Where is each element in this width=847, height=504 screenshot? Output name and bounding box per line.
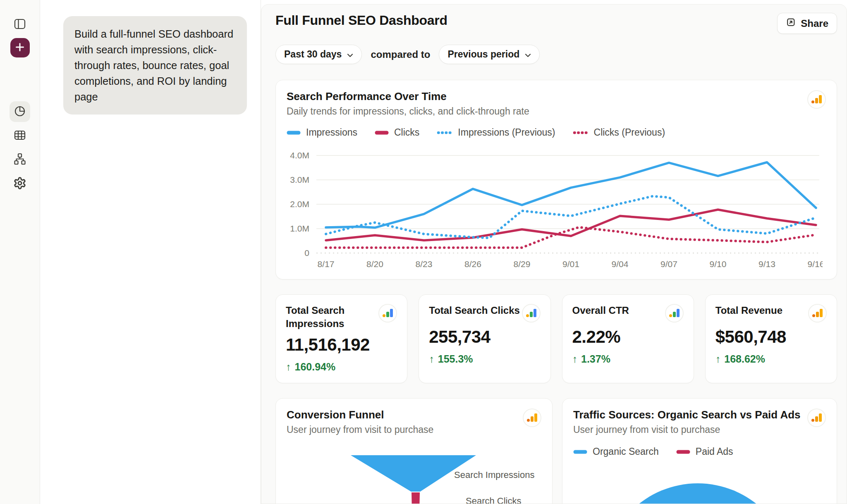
stat-delta: ↑ 155.3% xyxy=(429,353,540,365)
table-icon xyxy=(13,128,27,143)
new-dashboard-button[interactable] xyxy=(10,38,30,57)
analytics-source-icon xyxy=(808,304,827,322)
chevron-down-icon xyxy=(525,49,531,60)
stat-card-total-search-clicks: Total Search Clicks 255,734 ↑ 155.3% xyxy=(419,294,550,383)
svg-text:8/29: 8/29 xyxy=(514,259,531,269)
legend-label: Impressions xyxy=(306,127,357,138)
stat-delta-value: 155.3% xyxy=(438,353,473,365)
legend-item-clicks: Clicks xyxy=(375,127,419,138)
analytics-source-icon xyxy=(523,408,541,427)
stat-value: 11,516,192 xyxy=(286,335,397,355)
prompt-bubble: Build a full-funnel SEO dashboard with s… xyxy=(63,16,247,115)
analytics-source-icon xyxy=(378,304,397,322)
legend-label: Clicks xyxy=(394,127,419,138)
traffic-title: Traffic Sources: Organic Search vs Paid … xyxy=(573,408,801,421)
stat-delta-value: 1.37% xyxy=(581,353,610,365)
svg-text:9/13: 9/13 xyxy=(758,259,775,269)
stat-delta: ↑ 1.37% xyxy=(572,353,684,365)
sidebar-toggle-button[interactable] xyxy=(10,14,30,35)
icon-rail xyxy=(0,0,40,504)
legend-swatch-organic-search xyxy=(573,449,587,454)
legend-label: Organic Search xyxy=(593,446,659,457)
filter-bar: Past 30 days compared to Previous period xyxy=(275,45,837,64)
up-arrow-icon: ↑ xyxy=(715,353,721,365)
card-head: Search Performance Over Time Daily trend… xyxy=(287,90,826,117)
rail-item-settings[interactable] xyxy=(10,173,30,194)
analytics-source-icon xyxy=(665,304,684,322)
svg-text:1.0M: 1.0M xyxy=(290,224,309,233)
stat-value: 2.22% xyxy=(572,327,684,347)
stats-row: Total Search Impressions 11,516,192 ↑ 16… xyxy=(275,294,837,383)
date-range-select[interactable]: Past 30 days xyxy=(275,45,362,64)
compare-period-value: Previous period xyxy=(447,49,519,60)
stat-title: Overall CTR xyxy=(572,304,629,317)
funnel-subtitle: User journey from visit to purchase xyxy=(287,424,433,435)
traffic-subtitle: User journey from visit to purchase xyxy=(573,424,801,435)
sitemap-icon xyxy=(13,152,27,167)
chevron-down-icon xyxy=(347,49,353,60)
conversion-funnel-card: Conversion Funnel User journey from visi… xyxy=(275,398,553,504)
up-arrow-icon: ↑ xyxy=(286,361,291,373)
page-header: Full Funnel SEO Dashboard Share xyxy=(275,13,837,34)
date-range-value: Past 30 days xyxy=(284,49,342,60)
legend-label: Clicks (Previous) xyxy=(594,127,665,138)
svg-text:3.0M: 3.0M xyxy=(290,175,309,184)
analytics-source-icon xyxy=(522,304,541,322)
chart-subtitle: Daily trends for impressions, clicks, an… xyxy=(287,106,529,117)
stat-value: $560,748 xyxy=(715,327,827,347)
svg-text:9/16: 9/16 xyxy=(808,259,823,269)
bottom-row: Conversion Funnel User journey from visi… xyxy=(275,398,837,504)
compare-period-select[interactable]: Previous period xyxy=(439,45,540,64)
rail-item-table[interactable] xyxy=(10,125,30,146)
pie-chart-icon xyxy=(13,104,27,119)
traffic-sources-card: Traffic Sources: Organic Search vs Paid … xyxy=(562,398,837,504)
svg-text:9/01: 9/01 xyxy=(562,259,579,269)
stat-delta: ↑ 168.62% xyxy=(715,353,827,365)
share-button[interactable]: Share xyxy=(777,13,837,34)
svg-text:9/10: 9/10 xyxy=(710,259,727,269)
rail-item-sitemap[interactable] xyxy=(10,149,30,170)
stat-card-overall-ctr: Overall CTR 2.22% ↑ 1.37% xyxy=(562,294,694,383)
legend-item-impressions: Impressions xyxy=(287,127,357,138)
stat-title: Total Search Clicks xyxy=(429,304,520,317)
rail-item-charts[interactable] xyxy=(10,101,30,122)
up-arrow-icon: ↑ xyxy=(572,353,578,365)
legend-swatch-clicks-previous xyxy=(573,130,589,135)
legend-item-clicks-previous: Clicks (Previous) xyxy=(573,127,665,138)
analytics-source-icon xyxy=(807,408,826,427)
svg-text:8/20: 8/20 xyxy=(366,259,383,269)
settings-gear-icon xyxy=(13,177,26,191)
svg-text:8/17: 8/17 xyxy=(318,259,335,269)
svg-text:9/07: 9/07 xyxy=(660,259,677,269)
legend-swatch-clicks xyxy=(375,130,389,135)
stat-delta-value: 168.62% xyxy=(724,353,765,365)
funnel-stage-label: Search Clicks xyxy=(466,496,521,504)
dashboard-surface: Full Funnel SEO Dashboard Share Past 30 … xyxy=(261,4,847,504)
svg-text:0: 0 xyxy=(304,248,309,258)
app-root: Build a full-funnel SEO dashboard with s… xyxy=(0,0,847,504)
up-arrow-icon: ↑ xyxy=(429,353,434,365)
legend-label: Impressions (Previous) xyxy=(458,127,555,138)
stat-delta: ↑ 160.94% xyxy=(286,361,397,373)
legend-item-impressions-previous: Impressions (Previous) xyxy=(437,127,555,138)
stat-card-total-search-impressions: Total Search Impressions 11,516,192 ↑ 16… xyxy=(275,294,407,383)
funnel-title: Conversion Funnel xyxy=(287,408,433,421)
stat-delta-value: 160.94% xyxy=(295,361,336,373)
sidebar-toggle-icon xyxy=(13,17,27,32)
svg-text:9/04: 9/04 xyxy=(612,259,629,269)
analytics-source-icon xyxy=(807,90,826,109)
svg-text:2.0M: 2.0M xyxy=(290,199,309,209)
svg-text:8/23: 8/23 xyxy=(416,259,433,269)
legend-label: Paid Ads xyxy=(696,446,733,457)
svg-text:4.0M: 4.0M xyxy=(290,150,309,160)
line-chart: 01.0M2.0M3.0M4.0M8/178/208/238/268/299/0… xyxy=(287,143,823,276)
legend-swatch-impressions-previous xyxy=(437,130,452,135)
legend-swatch-paid-ads xyxy=(676,449,690,454)
funnel-stage-clicks xyxy=(412,492,420,504)
page-title: Full Funnel SEO Dashboard xyxy=(275,13,447,28)
traffic-legend: Organic Search Paid Ads xyxy=(573,446,826,457)
chart-legend: Impressions Clicks Impressions (Previous… xyxy=(287,127,826,138)
svg-text:8/26: 8/26 xyxy=(464,259,481,269)
chart-title: Search Performance Over Time xyxy=(287,90,529,103)
search-performance-card: Search Performance Over Time Daily trend… xyxy=(275,80,837,279)
